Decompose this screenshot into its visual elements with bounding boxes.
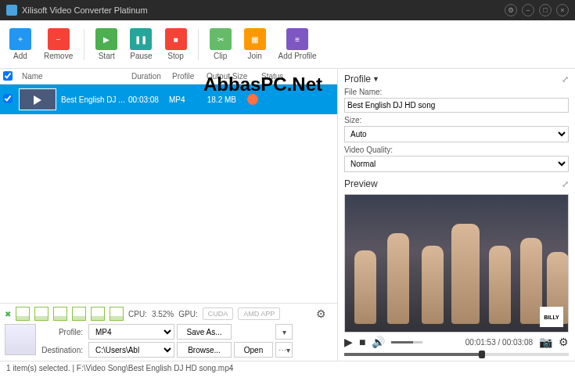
join-icon: ▦ <box>244 28 266 50</box>
profile-panel-head: Profile▼ ⤢ <box>344 74 569 85</box>
select-all-checkbox[interactable] <box>3 71 13 81</box>
quality-select[interactable]: Normal <box>344 156 569 172</box>
filename-label: File Name: <box>344 88 569 96</box>
cpu-spark-icon <box>91 307 105 321</box>
gpu-label: GPU: <box>178 310 197 318</box>
cpu-spark-icon <box>16 307 30 321</box>
col-duration[interactable]: Duration <box>128 72 169 81</box>
minimize-icon[interactable]: − <box>522 4 534 16</box>
add-profile-button[interactable]: ≡Add Profile <box>272 25 323 63</box>
timecode: 00:01:53 / 00:03:08 <box>465 338 533 347</box>
snapshot-icon[interactable]: 📷 <box>539 336 552 348</box>
app-logo-icon <box>6 5 17 16</box>
toolbar: ＋Add −Remove ▶Start ❚❚Pause ■Stop ✂Clip … <box>0 20 575 69</box>
play-button[interactable]: ▶ <box>344 336 353 348</box>
close-icon[interactable]: × <box>556 4 569 16</box>
expand-icon[interactable]: ⤢ <box>562 74 569 85</box>
open-button[interactable]: Open <box>234 342 273 358</box>
stop-icon: ■ <box>165 28 187 50</box>
cpu-label: CPU: <box>128 310 147 318</box>
remove-button[interactable]: −Remove <box>38 25 79 63</box>
destination-label: Destination: <box>41 346 86 354</box>
cpu-value: 3.52% <box>152 310 174 318</box>
gear-icon[interactable]: ⚙ <box>316 307 326 320</box>
amd-app-button[interactable]: AMD APP <box>238 307 280 320</box>
clip-button[interactable]: ✂Clip <box>203 25 238 63</box>
dest-more-button[interactable]: ⋯▾ <box>275 342 293 358</box>
quality-label: Video Quality: <box>344 146 569 154</box>
volume-slider[interactable] <box>391 341 422 343</box>
scissors-icon: ✂ <box>210 28 232 50</box>
profile-select[interactable]: MP4 <box>88 324 174 340</box>
join-button[interactable]: ▦Join <box>238 25 272 63</box>
chevron-down-icon[interactable]: ▼ <box>372 75 379 83</box>
separator <box>198 29 199 60</box>
profile-label: Profile: <box>41 328 86 336</box>
app-title: Xilisoft Video Converter Platinum <box>22 5 505 15</box>
preview-video[interactable]: BILLY <box>344 194 569 333</box>
row-duration: 00:03:08 <box>128 95 169 104</box>
close-spark-icon[interactable]: ✖ <box>5 310 11 318</box>
separator <box>84 29 84 60</box>
row-size: 18.2 MB <box>203 95 247 104</box>
row-name: Best English DJ ... <box>61 95 128 104</box>
play-icon: ▶ <box>95 28 117 50</box>
col-status[interactable]: Status <box>258 72 289 81</box>
preview-panel-head: Preview ⤢ <box>344 178 569 189</box>
settings-icon[interactable]: ⚙ <box>505 4 517 16</box>
size-label: Size: <box>344 116 569 124</box>
plus-icon: ＋ <box>9 28 31 50</box>
pause-icon: ❚❚ <box>130 28 152 50</box>
cpu-spark-icon <box>72 307 86 321</box>
cuda-button[interactable]: CUDA <box>203 307 234 320</box>
profile-icon: ≡ <box>286 28 308 50</box>
bottom-bar: ✖ CPU: 3.52% GPU: CUDA AMD APP ⚙ Profile… <box>0 303 337 361</box>
row-checkbox[interactable] <box>3 94 13 103</box>
cpu-spark-icon <box>34 307 49 321</box>
volume-icon[interactable]: 🔊 <box>372 336 385 348</box>
list-header: Name Duration Profile Output Size Status <box>0 69 337 85</box>
maximize-icon[interactable]: □ <box>539 4 552 16</box>
save-as-button[interactable]: Save As... <box>177 324 232 340</box>
status-bar: 1 item(s) selected. | F:\Video Song\Best… <box>0 361 575 375</box>
stop-button[interactable]: ■Stop <box>159 25 193 63</box>
filmstrip-icon[interactable] <box>5 324 36 355</box>
list-body: Best English DJ ... 00:03:08 MP4 18.2 MB <box>0 85 337 303</box>
cpu-spark-icon <box>53 307 67 321</box>
table-row[interactable]: Best English DJ ... 00:03:08 MP4 18.2 MB <box>0 85 337 114</box>
browse-button[interactable]: Browse... <box>177 342 232 358</box>
destination-select[interactable]: C:\Users\Abl <box>88 342 174 358</box>
snapshot-settings-icon[interactable]: ⚙ <box>559 336 569 348</box>
size-select[interactable]: Auto <box>344 126 569 142</box>
pause-button[interactable]: ❚❚Pause <box>124 25 158 63</box>
col-outputsize[interactable]: Output Size <box>203 72 258 81</box>
cpu-spark-icon <box>110 307 124 321</box>
titlebar: Xilisoft Video Converter Platinum ⚙ − □ … <box>0 0 575 20</box>
add-button[interactable]: ＋Add <box>3 25 38 63</box>
filename-input[interactable] <box>344 98 569 113</box>
video-watermark-icon: BILLY <box>540 307 563 327</box>
col-name[interactable]: Name <box>19 72 128 81</box>
video-thumbnail[interactable] <box>19 88 56 110</box>
start-button[interactable]: ▶Start <box>89 25 124 63</box>
row-profile: MP4 <box>169 95 203 104</box>
stop-button[interactable]: ■ <box>359 336 365 348</box>
col-profile[interactable]: Profile <box>169 72 203 81</box>
seek-slider[interactable] <box>344 353 569 356</box>
expand-icon[interactable]: ⤢ <box>562 179 569 189</box>
minus-icon: − <box>48 28 70 50</box>
profile-more-button[interactable]: ▾ <box>275 324 293 340</box>
clock-icon <box>247 94 258 105</box>
